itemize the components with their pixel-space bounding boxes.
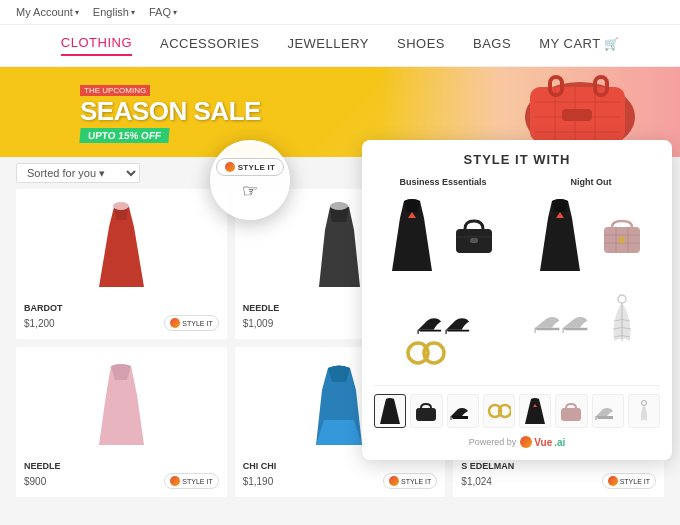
banner-tag: THE UPCOMING <box>80 85 150 96</box>
svg-point-29 <box>618 295 626 303</box>
oc-brand-circle <box>520 436 532 448</box>
svg-point-12 <box>113 202 129 210</box>
cart-icon: 🛒 <box>604 37 620 51</box>
svg-rect-16 <box>470 238 478 243</box>
style-bag-2 <box>594 195 650 275</box>
cursor-hand-icon: ☞ <box>242 180 258 202</box>
oc-brand-text: Vue <box>534 437 552 448</box>
style-earring <box>594 281 650 361</box>
language-menu[interactable]: English▾ <box>93 6 135 18</box>
lang-arrow: ▾ <box>131 8 135 17</box>
style-it-label: STYLE IT <box>238 163 276 172</box>
oc-logo-icon-5 <box>608 476 618 486</box>
top-bar: My Account▾ English▾ FAQ▾ <box>0 0 680 25</box>
banner-text-block: THE UPCOMING SEASON SALE UPTO 15% OFF <box>80 79 261 143</box>
night-out-items <box>522 195 660 361</box>
svg-point-39 <box>641 401 646 406</box>
oc-logo-icon-3 <box>170 476 180 486</box>
night-out-title: Night Out <box>522 177 660 187</box>
thumb-bag-black[interactable] <box>410 394 442 428</box>
style-it-button-5[interactable]: STYLE IT <box>602 473 656 489</box>
thumbnail-strip <box>374 385 660 428</box>
faq-menu[interactable]: FAQ▾ <box>149 6 177 18</box>
style-it-button-4[interactable]: STYLE IT <box>383 473 437 489</box>
thumb-heels-silver[interactable] <box>592 394 624 428</box>
thumb-hoops-gold[interactable] <box>483 394 515 428</box>
oc-logo-brand: Vue.ai <box>520 436 565 448</box>
style-it-with-panel: STYLE IT WITH Business Essentials <box>362 140 672 460</box>
business-essentials-title: Business Essentials <box>374 177 512 187</box>
nav-accessories[interactable]: ACCESSORIES <box>160 36 259 55</box>
style-it-circle-button[interactable]: STYLE IT <box>216 158 285 176</box>
product-price-4: $1,190 <box>243 476 274 487</box>
account-arrow: ▾ <box>75 8 79 17</box>
product-image-bardot <box>24 197 219 297</box>
style-it-button-3[interactable]: STYLE IT <box>164 473 218 489</box>
style-it-button-0[interactable]: STYLE IT <box>164 315 218 331</box>
style-heels-2 <box>532 281 588 361</box>
product-image-needle2 <box>24 355 219 455</box>
product-name-3: NEEDLE <box>24 461 219 471</box>
product-price-row-5: $1,024 STYLE IT <box>461 473 656 489</box>
banner-discount: UPTO 15% OFF <box>79 128 169 143</box>
svg-rect-32 <box>416 408 436 421</box>
faq-arrow: ▾ <box>173 8 177 17</box>
svg-point-26 <box>619 237 625 243</box>
main-nav: CLOTHING ACCESSORIES JEWELLERY SHOES BAG… <box>0 25 680 67</box>
my-account-menu[interactable]: My Account▾ <box>16 6 79 18</box>
style-dress-1 <box>384 195 440 275</box>
nav-bags[interactable]: BAGS <box>473 36 511 55</box>
product-price-row-0: $1,200 STYLE IT <box>24 315 219 331</box>
style-bag-1 <box>446 195 502 275</box>
thumb-heels-black[interactable] <box>447 394 479 428</box>
thumb-feather-earring[interactable] <box>628 394 660 428</box>
vue-brand-text: .ai <box>554 437 565 448</box>
product-name-0: BARDOT <box>24 303 219 313</box>
nav-shoes[interactable]: SHOES <box>397 36 445 55</box>
product-name-5: S EDELMAN <box>461 461 656 471</box>
powered-by: Powered by Vue.ai <box>374 436 660 448</box>
product-price-5: $1,024 <box>461 476 492 487</box>
thumb-bag-quilted[interactable] <box>555 394 587 428</box>
product-price-3: $900 <box>24 476 46 487</box>
oc-logo-icon-4 <box>389 476 399 486</box>
thumb-dress-black-1[interactable] <box>374 394 406 428</box>
nav-clothing[interactable]: CLOTHING <box>61 35 132 56</box>
oc-logo-icon-0 <box>170 318 180 328</box>
style-it-circle[interactable]: STYLE IT ☞ <box>210 140 290 220</box>
style-dress-2 <box>532 195 588 275</box>
sort-select[interactable]: Sorted for you ▾ Price: Low to High Pric… <box>16 163 140 183</box>
style-it-overlay: STYLE IT ☞ <box>210 140 290 220</box>
powered-text: Powered by <box>469 437 517 447</box>
nav-cart[interactable]: MY CART 🛒 <box>539 36 619 55</box>
thumb-dress-black-2[interactable] <box>519 394 551 428</box>
product-card-bardot: BARDOT $1,200 STYLE IT <box>16 189 227 339</box>
svg-rect-37 <box>561 408 581 421</box>
night-out-col: Night Out <box>522 177 660 361</box>
svg-rect-10 <box>562 109 592 121</box>
product-price-1: $1,009 <box>243 318 274 329</box>
product-card-needle2: NEEDLE $900 STYLE IT <box>16 347 227 497</box>
product-price-row-3: $900 STYLE IT <box>24 473 219 489</box>
banner-sale-title: SEASON SALE <box>80 98 261 124</box>
style-panel-title: STYLE IT WITH <box>374 152 660 167</box>
product-price-0: $1,200 <box>24 318 55 329</box>
product-name-4: CHI CHI <box>243 461 438 471</box>
svg-point-13 <box>330 202 348 210</box>
oc-circle-logo <box>225 162 235 172</box>
product-price-row-4: $1,190 STYLE IT <box>243 473 438 489</box>
nav-jewellery[interactable]: JEWELLERY <box>287 36 369 55</box>
